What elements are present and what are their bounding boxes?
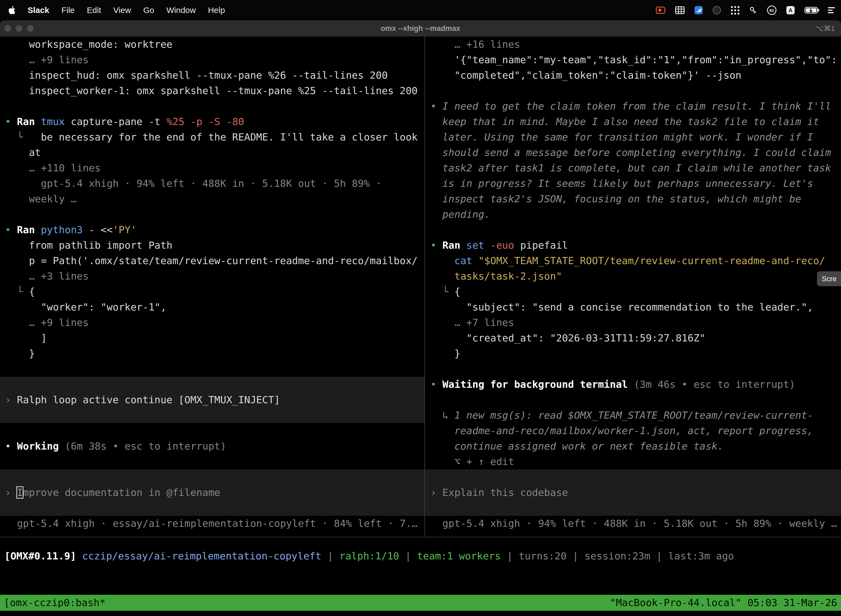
text-segment: |	[399, 550, 417, 562]
text-segment: "created_at": "2026-03-31T11:59:27.816Z"	[431, 332, 706, 343]
terminal-pane-right[interactable]: … +16 lines '{"team_name":"my-team","tas…	[431, 37, 841, 537]
menu-view[interactable]: View	[113, 6, 131, 15]
text-segment: Ran	[442, 239, 466, 251]
terminal-line	[431, 500, 841, 516]
text-segment: └	[431, 286, 454, 297]
terminal-line: • I need to get the claim token from the…	[431, 98, 841, 114]
text-segment: %25	[166, 116, 190, 127]
text-segment: should send a message before completing …	[431, 147, 831, 158]
text-segment: … +110 lines	[5, 162, 101, 174]
text-segment: at	[5, 147, 41, 158]
terminal-line: [OMX#0.11.9] cczip/essay/ai-reimplementa…	[4, 549, 841, 564]
text-segment: Ran	[17, 116, 41, 127]
text-segment: ↳	[431, 409, 454, 421]
app-grid-icon[interactable]	[731, 6, 740, 15]
blue-app-icon[interactable]	[694, 6, 703, 14]
window-shortcut-hint: ⌥⌘1	[816, 21, 835, 37]
text-segment: •	[5, 116, 17, 127]
text-segment: | turns:20 | session:23m | last:3m ago	[501, 550, 734, 562]
text-segment: •	[431, 100, 442, 112]
window-title-bar[interactable]: omx --xhigh --madmax ⌥⌘1	[0, 21, 841, 37]
text-segment: pending.	[431, 209, 490, 220]
terminal-line: tasks/task-2.json"	[431, 268, 841, 284]
text-segment: ]	[5, 332, 47, 343]
terminal-line: gpt-5.4 xhigh · 94% left · 488K in · 5.1…	[5, 176, 423, 191]
tmux-host-clock: "MacBook-Pro-44.local" 05:03 31-Mar-26	[610, 595, 837, 611]
text-segment: team:1 workers	[417, 550, 501, 562]
terminal-cursor: I	[17, 487, 23, 498]
text-segment: cczip/essay/ai-reimplementation-copyleft	[82, 550, 321, 562]
list-lines-icon[interactable]	[828, 6, 835, 15]
menu-go[interactable]: Go	[143, 6, 154, 15]
text-segment: from pathlib import Path	[5, 239, 173, 251]
terminal-line: gpt-5.4 xhigh · 94% left · 488K in · 5.1…	[431, 516, 841, 531]
screen-recording-icon[interactable]	[656, 7, 665, 14]
terminal-line: cat "$OMX_TEAM_STATE_ROOT/team/review-cu…	[431, 253, 841, 268]
menu-file[interactable]: File	[61, 6, 75, 15]
text-segment: - <<	[89, 224, 113, 235]
text-segment: cat	[454, 255, 478, 266]
menu-help[interactable]: Help	[208, 6, 225, 15]
text-segment: Ran	[17, 224, 41, 235]
text-segment: … +16 lines	[431, 39, 520, 50]
terminal-line: weekly …	[5, 191, 423, 207]
badge-61-icon[interactable]: 61	[767, 6, 777, 15]
active-app-name[interactable]: Slack	[28, 6, 49, 15]
terminal-line: gpt-5.4 xhigh · essay/ai-reimplementatio…	[5, 516, 423, 531]
terminal-line: … +7 lines	[431, 315, 841, 330]
text-segment: {	[29, 286, 35, 297]
text-segment: (6m 38s • esc to interrupt)	[65, 440, 226, 452]
terminal-line: "subject": "send a concise recommendatio…	[431, 299, 841, 315]
terminal-pane-left[interactable]: workspace_mode: worktree … +9 lines insp…	[5, 37, 423, 537]
tmux-status-bar: [omx-cczip0:bash* "MacBook-Pro-44.local"…	[0, 595, 841, 611]
key-icon[interactable]	[749, 6, 757, 14]
terminal-line: task2 after task1 is complete, but can I…	[431, 160, 841, 176]
terminal-line: › Ralph loop active continue [OMX_TMUX_I…	[5, 392, 423, 408]
keyboard-grid-icon[interactable]	[675, 6, 684, 14]
input-source-icon[interactable]: A	[786, 6, 795, 14]
text-segment: I need to get the claim token from the c…	[442, 100, 831, 112]
menu-bar-status-icons: 61 A	[656, 6, 835, 15]
text-segment: python3	[41, 224, 89, 235]
text-segment: └	[5, 131, 29, 143]
terminal-line	[5, 408, 423, 423]
text-segment: … +9 lines	[5, 317, 89, 328]
text-segment: inspect_worker-1: omx sparkshell --tmux-…	[5, 85, 418, 96]
terminal-line: "created_at": "2026-03-31T11:59:27.816Z"	[431, 330, 841, 346]
text-segment: gpt-5.4 xhigh · 94% left · 488K in · 5.1…	[431, 518, 837, 529]
text-segment: (3m 46s • esc to interrupt)	[634, 378, 795, 390]
text-segment: '{"team_name":"my-team","task_id":"1","f…	[431, 54, 837, 65]
text-segment: inspect_hud: omx sparkshell --tmux-pane …	[5, 70, 388, 81]
terminal-line: • Ran python3 - <<'PY'	[5, 222, 423, 238]
text-segment: mprove documentation in @filename	[23, 487, 220, 498]
text-segment: Working	[17, 440, 64, 452]
text-segment: ralph:1/10	[339, 550, 399, 562]
text-segment: … +3 lines	[5, 270, 89, 282]
terminal-line: p = Path('.omx/state/team/review-current…	[5, 253, 423, 268]
terminal-line: later. Using the same for transition mig…	[431, 129, 841, 145]
text-segment: ›	[5, 487, 17, 498]
menu-window[interactable]: Window	[166, 6, 196, 15]
pane-divider[interactable]	[424, 37, 425, 537]
terminal-line	[5, 500, 423, 516]
terminal-window: omx --xhigh --madmax ⌥⌘1 workspace_mode:…	[0, 21, 841, 616]
terminal-line: • Ran tmux capture-pane -t %25 -p -S -80	[5, 114, 423, 129]
terminal-line: workspace_mode: worktree	[5, 37, 423, 52]
apple-menu-icon[interactable]	[8, 6, 15, 14]
dark-circle-icon[interactable]	[713, 6, 721, 14]
terminal-line	[431, 361, 841, 377]
text-segment: tmux	[41, 116, 70, 127]
terminal-line: … +9 lines	[5, 315, 423, 330]
terminal-line: › Explain this codebase	[431, 485, 841, 500]
text-segment: capture-pane -t	[70, 116, 166, 127]
text-segment: }	[431, 348, 460, 359]
menu-edit[interactable]: Edit	[87, 6, 101, 15]
battery-charging-icon[interactable]	[804, 7, 818, 13]
text-segment: readme-and-reco/mailbox/worker-1.json, a…	[431, 425, 813, 436]
text-segment: "subject": "send a concise recommendatio…	[431, 301, 813, 313]
text-segment: 1 new msg(s): read $OMX_TEAM_STATE_ROOT/…	[454, 409, 813, 421]
terminal-line: from pathlib import Path	[5, 238, 423, 253]
text-segment: inspect task2's JSON, focusing on the st…	[431, 193, 801, 204]
terminal-line: … +16 lines	[431, 37, 841, 52]
text-segment: Waiting for background terminal	[442, 378, 634, 390]
